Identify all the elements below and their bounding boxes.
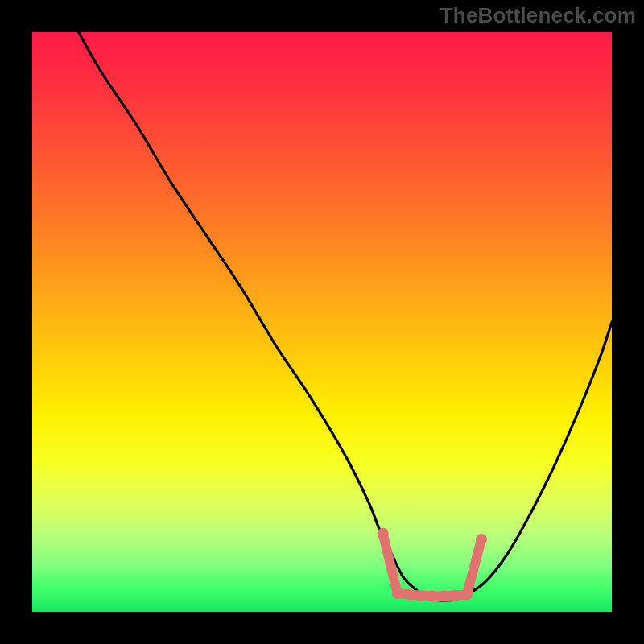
svg-point-6 <box>450 590 461 601</box>
svg-point-7 <box>461 588 473 600</box>
curve-layer <box>32 32 612 612</box>
svg-point-4 <box>427 591 438 602</box>
bottleneck-curve <box>79 32 612 601</box>
plot-area <box>32 32 612 612</box>
svg-point-0 <box>378 528 389 539</box>
optimal-range-marker <box>378 528 487 602</box>
watermark-text: TheBottleneck.com <box>440 3 636 28</box>
chart-frame: TheBottleneck.com <box>0 0 644 644</box>
svg-point-5 <box>438 591 449 602</box>
svg-point-2 <box>403 588 415 600</box>
svg-point-8 <box>476 534 487 545</box>
svg-point-3 <box>415 590 426 601</box>
svg-point-1 <box>392 588 403 599</box>
